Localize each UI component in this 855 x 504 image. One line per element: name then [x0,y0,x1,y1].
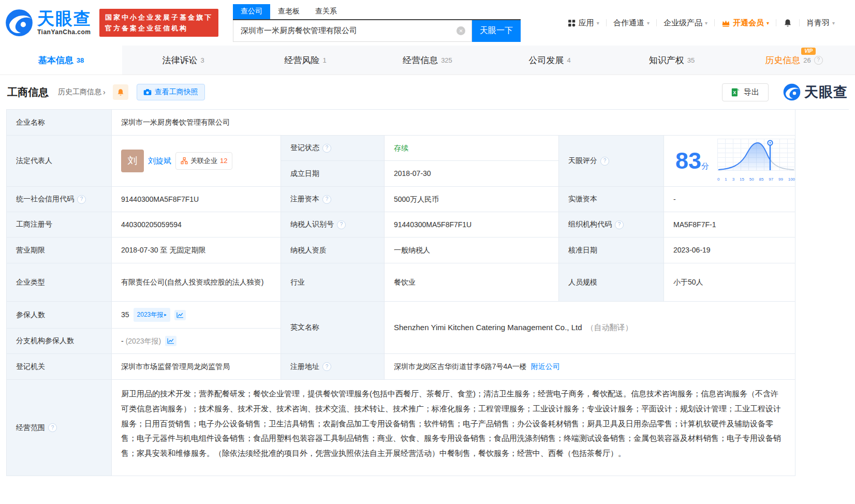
tab-count: 1 [322,56,326,64]
help-icon[interactable]: ? [322,144,331,153]
branch-insured-trend-button[interactable] [165,336,176,346]
nav-vip-label: 开通会员 [733,18,764,28]
logo-text-cn: 天眼查 [37,10,92,27]
staff-size-value: 小于50人 [664,263,795,302]
chevron-down-icon: ▾ [705,20,707,26]
tab-business-info[interactable]: 经营信息 325 [366,46,489,75]
nav-vip-membership[interactable]: 开通会员 ▾ [715,18,776,28]
nav-cooperation[interactable]: 合作通道 ▾ [607,18,656,28]
history-business-info-link[interactable]: 历史工商信息 › [58,87,106,97]
annual-report-chip[interactable]: 2023年报 ▸ [134,308,170,322]
business-info-table: 企业名称 深圳市一米厨房餐饮管理有限公司 法定代表人 刘 刘旋斌 关联企业 12… [6,109,849,476]
legal-rep-avatar[interactable]: 刘 [121,150,144,172]
business-scope-value: 厨卫用品的技术开发；营养配餐研发；餐饮企业管理，提供餐饮管理服务(包括中西餐厅、… [112,380,795,476]
branch-insured-note: (2023年报) [126,335,161,348]
line-chart-icon [167,338,174,344]
taxpayer-id-label: 纳税人识别号 ? [281,212,385,238]
tab-intellectual-property[interactable]: 知识产权 35 [611,46,733,75]
registered-address-label: 注册地址 ? [281,354,385,380]
bell-icon [116,88,125,97]
score-label: 天眼评分 ? [559,136,664,187]
username-label: 肖青羽 [806,18,830,28]
tab-legal-litigation[interactable]: 法律诉讼 3 [122,46,244,75]
legal-rep-label: 法定代表人 [7,136,112,187]
uscc-label: 统一社会信用代码 ? [7,187,112,212]
notifications-button[interactable] [776,18,799,28]
camera-icon [143,88,152,96]
nav-apps-label: 应用 [579,18,594,28]
help-icon[interactable]: ? [322,362,331,371]
tab-count: 3 [200,56,204,64]
related-companies-label: 关联企业 [190,155,217,167]
help-icon[interactable]: ? [337,220,346,229]
logo-swirl-icon [5,9,33,37]
tab-label: 历史信息 [765,54,800,66]
help-icon[interactable]: ? [615,220,624,229]
tab-label: 基本信息 [38,54,73,66]
vip-badge: VIP [801,48,816,55]
tab-history-info[interactable]: VIP 历史信息 26 ? [733,46,855,75]
score-axis-ticks: 0 1 3 15 50 85 97 99 100 [717,176,795,183]
watermark-text: 天眼查 [804,83,848,101]
clear-search-icon[interactable]: × [456,26,465,35]
tab-company-development[interactable]: 公司发展 4 [489,46,611,75]
gov-badge-line1: 国家中小企业发展子基金旗下 [105,12,213,23]
crown-icon [721,19,730,27]
app-grid-icon [567,19,576,27]
industry-label: 行业 [281,263,385,302]
logo-text-en: TianYanCha.com [37,28,92,36]
status-badge: 存续 [394,142,408,155]
help-icon[interactable]: ? [48,423,57,432]
help-icon[interactable]: ? [814,56,823,65]
search-tab-company[interactable]: 查公司 [233,4,270,19]
reg-status-value: 存续 [385,136,559,161]
monitor-bell-button[interactable] [113,84,128,100]
reg-capital-value: 5000万人民币 [385,187,559,212]
paid-capital-label: 实缴资本 [559,187,664,212]
insured-trend-button[interactable] [174,310,186,320]
tianyancha-logo[interactable]: 天眼查 TianYanCha.com [5,9,92,37]
company-type-label: 企业类型 [7,263,112,302]
search-tab-boss[interactable]: 查老板 [270,4,307,19]
taxpayer-qualification-label: 纳税人资质 [281,238,385,263]
help-icon[interactable]: ? [600,157,609,166]
business-term-value: 2018-07-30 至 无固定期限 [112,238,281,263]
paid-capital-value: - [664,187,795,212]
search-input[interactable] [240,26,456,36]
company-tabbar: 基本信息 38 法律诉讼 3 经营风险 1 经营信息 325 公司发展 4 知识… [0,46,855,75]
legal-rep-name-link[interactable]: 刘旋斌 [148,154,171,168]
tab-label: 知识产权 [649,54,684,66]
help-icon[interactable]: ? [77,195,86,204]
taxpayer-id-value: 91440300MA5F8F7F1U [385,212,559,238]
export-button-label: 导出 [744,87,759,97]
export-button[interactable]: X 导出 [722,83,769,101]
nearby-companies-link[interactable]: 附近公司 [531,360,560,373]
gov-certification-badge: 国家中小企业发展子基金旗下 官方备案企业征信机构 [99,9,218,37]
view-snapshot-button[interactable]: 查看工商快照 [137,84,205,100]
line-chart-icon [176,312,184,318]
chevron-down-icon: ▾ [766,20,769,26]
branch-insured-label: 分支机构参保人数 [7,329,112,354]
chevron-down-icon: ▾ [647,20,650,26]
org-code-label: 组织机构代码 ? [559,212,664,238]
industry-value: 餐饮业 [385,263,559,302]
insured-count-cell: 35 2023年报 ▸ [112,302,281,329]
tab-count: 325 [441,56,452,64]
search-tab-relation[interactable]: 查关系 [307,4,345,19]
nav-enterprise-products[interactable]: 企业级产品 ▾ [657,18,714,28]
tab-basic-info[interactable]: 基本信息 38 [0,46,122,75]
tab-operation-risk[interactable]: 经营风险 1 [244,46,366,75]
nav-apps[interactable]: 应用 ▾ [561,18,606,28]
company-name-label: 企业名称 [7,110,112,136]
org-code-value: MA5F8F7F-1 [664,212,795,238]
search-submit-button[interactable]: 天眼一下 [472,20,521,42]
user-menu[interactable]: 肖青羽 ▾ [800,18,842,28]
section-header: 工商信息 历史工商信息 › 查看工商快照 X 导出 [0,75,855,109]
related-companies-button[interactable]: 关联企业 12 [175,152,232,170]
tianyancha-watermark: 天眼查 [783,83,848,101]
help-icon[interactable]: ? [322,195,331,204]
tab-label: 经营风险 [284,54,319,66]
business-scope-label: 经营范围 ? [7,380,112,476]
nav-enterprise-label: 企业级产品 [664,18,702,28]
legal-rep-cell: 刘 刘旋斌 关联企业 12 [112,136,281,187]
